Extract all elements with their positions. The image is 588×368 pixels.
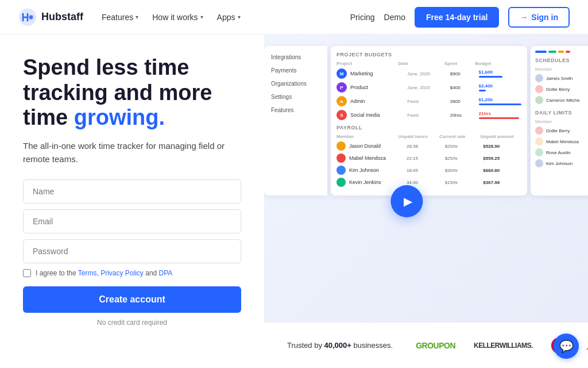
hubstaff-logo-icon: [18, 8, 37, 26]
nav-links: Features ▾ How it works ▾ Apps ▾: [102, 13, 241, 22]
table-row: Kevin Jenkins 34:30 $15/hr $367.98: [336, 178, 521, 187]
list-item: Kim Johnson: [535, 159, 588, 167]
payroll-table-header: Member Unpaid hours Current rate Unpaid …: [336, 134, 521, 139]
sidebar-payments[interactable]: Payments: [264, 64, 327, 77]
table-row: Kim Johnson 18:45 $30/hr $660.80: [336, 166, 521, 175]
payroll-title: PAYROLL: [336, 125, 521, 131]
name-field[interactable]: [23, 179, 241, 204]
budgets-table-header: Project Date Spent Budget: [336, 61, 521, 66]
table-row: S Social media Fixed 20hrs 21hrs: [336, 110, 521, 120]
dashboard-mockup: Integrations Payments Organizations Sett…: [264, 46, 588, 195]
groupon-logo: GROUPON: [416, 341, 455, 350]
terms-label: I agree to the Terms, Privacy Policy and…: [36, 269, 172, 277]
kellerwilliams-logo: KELLERWILLIAMS.: [474, 342, 533, 350]
nav-left: Hubstaff Features ▾ How it works ▾ Apps …: [18, 8, 241, 26]
dashboard-right-panel: SCHEDULES Member James Smith Dollie Berr…: [531, 46, 588, 195]
sign-in-button[interactable]: → Sign in: [508, 7, 570, 28]
table-row: Jason Donald 28:38 $20/hr $528.90: [336, 141, 521, 151]
nav-apps[interactable]: Apps ▾: [217, 13, 241, 22]
play-button[interactable]: ▶: [390, 185, 423, 217]
hero-headline: Spend less time tracking and more time g…: [23, 55, 241, 131]
terms-checkbox[interactable]: [23, 269, 31, 277]
create-account-button[interactable]: Create account: [23, 286, 241, 313]
sidebar-features[interactable]: Features: [264, 103, 327, 117]
sidebar-organizations[interactable]: Organizations: [264, 77, 327, 90]
svg-point-2: [30, 16, 32, 18]
list-item: Dollie Berry: [535, 126, 588, 135]
list-item: James Smith: [535, 74, 588, 82]
nav-features[interactable]: Features ▾: [102, 13, 138, 22]
logo[interactable]: Hubstaff: [18, 8, 83, 26]
list-item: Dollie Berry: [535, 85, 588, 93]
chevron-down-icon: ▾: [136, 14, 138, 20]
dashboard-main: PROJECT BUDGETS Project Date Spent Budge…: [331, 46, 527, 195]
table-row: A Admin Fixed 3900 $1,200: [336, 96, 521, 106]
instacart-logo: 🥕 instacart: [586, 340, 588, 351]
hero-subtext: The all-in-one work time tracker for man…: [23, 140, 241, 166]
list-item: Mabel Mendoza: [535, 137, 588, 145]
nav-how-it-works[interactable]: How it works ▾: [152, 13, 203, 22]
chevron-down-icon: ▾: [200, 14, 203, 20]
chevron-down-icon: ▾: [238, 14, 241, 20]
project-budgets-title: PROJECT BUDGETS: [336, 52, 521, 57]
navbar: Hubstaff Features ▾ How it works ▾ Apps …: [0, 0, 588, 34]
play-icon: ▶: [404, 194, 412, 208]
privacy-link[interactable]: Privacy Policy: [100, 269, 144, 277]
sidebar-integrations[interactable]: Integrations: [264, 51, 327, 64]
schedules-title: SCHEDULES: [535, 57, 588, 63]
free-trial-button[interactable]: Free 14-day trial: [415, 7, 499, 28]
dashboard-sidebar: Integrations Payments Organizations Sett…: [264, 46, 327, 195]
table-row: M Marketing June, 2020 $900 $1,600: [336, 68, 521, 79]
logo-text: Hubstaff: [41, 11, 83, 23]
nav-demo[interactable]: Demo: [384, 13, 405, 22]
chat-button[interactable]: 💬: [554, 334, 579, 359]
no-credit-card-text: No credit card required: [23, 319, 241, 327]
sidebar-settings[interactable]: Settings: [264, 90, 327, 103]
daily-limits-title: DAILY LIMITS: [535, 110, 588, 116]
list-item: Cameron Mitche: [535, 96, 588, 104]
terms-link[interactable]: Terms: [78, 269, 97, 277]
sign-in-icon: →: [520, 13, 528, 22]
hero-right: Integrations Payments Organizations Sett…: [264, 34, 588, 368]
email-field[interactable]: [23, 209, 241, 233]
table-row: Mabel Mendoza 22:15 $25/hr $559.25: [336, 154, 521, 163]
color-bars: [535, 51, 588, 53]
main-content: Spend less time tracking and more time g…: [0, 34, 588, 368]
hero-left: Spend less time tracking and more time g…: [0, 34, 264, 368]
table-row: P Product June, 2020 $400 $2,400: [336, 82, 521, 93]
trust-bar: Trusted by 40,000+ businesses. GROUPON K…: [264, 322, 588, 368]
trust-text: Trusted by 40,000+ businesses.: [287, 341, 393, 350]
nav-right: Pricing Demo Free 14-day trial → Sign in: [350, 7, 570, 28]
chat-icon: 💬: [559, 339, 574, 353]
password-field[interactable]: [23, 239, 241, 263]
list-item: Rose Austin: [535, 148, 588, 156]
nav-pricing[interactable]: Pricing: [350, 13, 375, 22]
terms-row: I agree to the Terms, Privacy Policy and…: [23, 269, 241, 277]
dpa-link[interactable]: DPA: [159, 269, 173, 277]
